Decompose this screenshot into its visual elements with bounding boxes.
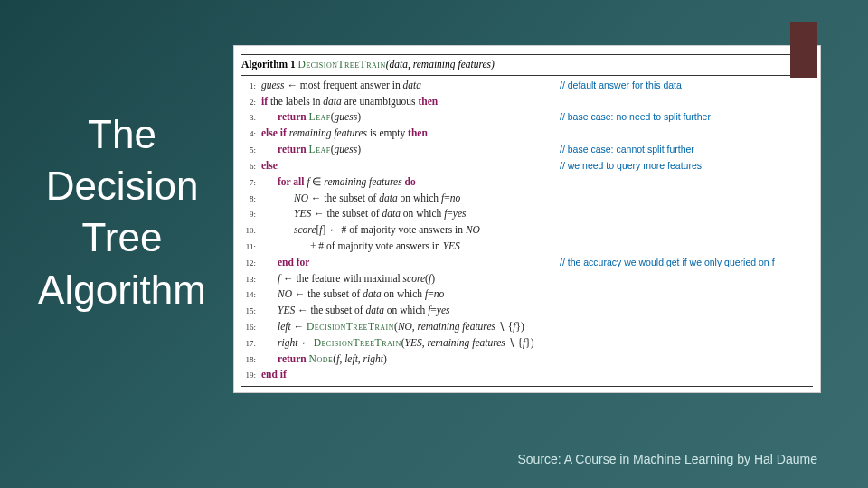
algorithm-line: 12:end for [241,255,813,271]
algorithm-line: 14:NO ← the subset of data on which f=no [241,286,813,303]
algorithm-line: 15:YES ← the subset of data on which f=y… [241,303,813,319]
line-number: 12: [241,258,261,270]
line-code: YES ← the subset of data on which f=yes [261,206,813,222]
algorithm-line: 11:+ # of majority vote answers in YES [241,239,813,255]
line-code: end if [261,367,813,383]
algorithm-args: (data, remaining features) [386,59,495,70]
line-number: 17: [241,338,261,351]
line-number: 3: [241,112,261,125]
line-number: 7: [241,177,261,190]
algorithm-line: 6:else// we need to query more features [241,158,813,174]
line-number: 2: [241,97,261,109]
line-code: score[f] ← # of majority vote answers in… [261,222,813,239]
algorithm-line: 18:return Node(f, left, right) [241,352,813,368]
line-code: guess ← most frequent answer in data// d… [261,78,813,94]
line-number: 8: [241,193,261,206]
line-code: end for [261,255,813,271]
line-number: 10: [241,225,261,238]
algorithm-line: 3:return Leaf(guess)// base case: no nee… [241,109,813,126]
line-code: + # of majority vote answers in YES [261,239,813,255]
line-number: 15: [241,305,261,318]
line-code: NO ← the subset of data on which f=no [261,191,813,207]
line-comment: // base case: cannot split further [560,142,694,156]
algorithm-line: 9:YES ← the subset of data on which f=ye… [241,206,813,222]
algorithm-line: 4:else if remaining features is empty th… [241,126,813,142]
line-comment: // we need to query more features [560,158,702,173]
line-code: else if remaining features is empty then [261,126,813,142]
algorithm-line: 8:NO ← the subset of data on which f=no [241,191,813,207]
line-code: return Leaf(guess)// base case: no need … [261,109,813,126]
line-code: return Leaf(guess)// base case: cannot s… [261,142,813,158]
line-code: NO ← the subset of data on which f=no [261,286,813,303]
algorithm-line: 10:score[f] ← # of majority vote answers… [241,222,813,239]
line-code: left ← DecisionTreeTrain(NO, remaining f… [261,319,813,335]
line-code: YES ← the subset of data on which f=yes [261,303,813,319]
line-code: else// we need to query more features [261,158,813,174]
algorithm-line: 7:for all f ∈ remaining features do [241,174,813,191]
line-number: 14: [241,289,261,302]
line-number: 19: [241,370,261,382]
line-number: 9: [241,209,261,221]
line-number: 6: [241,161,261,174]
algorithm-body: 1:guess ← most frequent answer in data//… [241,78,813,383]
algorithm-line: 2:if the labels in data are unambiguous … [241,94,813,110]
line-number: 11: [241,241,261,254]
algorithm-header: Algorithm 1 DecisionTreeTrain(data, rema… [241,52,813,76]
algorithm-line: 16:left ← DecisionTreeTrain(NO, remainin… [241,319,813,335]
line-number: 13: [241,274,261,286]
line-number: 16: [241,322,261,334]
algorithm-number: Algorithm 1 [241,59,296,70]
algorithm-line: 1:guess ← most frequent answer in data//… [241,78,813,94]
source-citation[interactable]: Source: A Course in Machine Learning by … [517,452,817,466]
line-code: for all f ∈ remaining features do [261,174,813,191]
algorithm-fn-name: DecisionTreeTrain [298,59,386,70]
line-code: if the labels in data are unambiguous th… [261,94,813,110]
line-comment: // default answer for this data [560,78,682,92]
line-code: return Node(f, left, right) [261,352,813,368]
line-code: f ← the feature with maximal score(f) [261,271,813,287]
line-number: 5: [241,145,261,157]
slide-title: The Decision Tree Algorithm [18,108,226,315]
algorithm-line: 19:end if [241,367,813,383]
accent-bar [790,22,817,78]
algorithm-line: 17:right ← DecisionTreeTrain(YES, remain… [241,335,813,352]
line-comment: // base case: no need to split further [560,109,711,124]
algorithm-footer-rule [241,386,813,387]
line-number: 1: [241,80,261,93]
line-number: 18: [241,354,261,367]
line-number: 4: [241,128,261,141]
algorithm-line: 13:f ← the feature with maximal score(f) [241,271,813,287]
algorithm-line: 5:return Leaf(guess)// base case: cannot… [241,142,813,158]
line-code: right ← DecisionTreeTrain(YES, remaining… [261,335,813,352]
algorithm-box: Algorithm 1 DecisionTreeTrain(data, rema… [233,45,821,393]
